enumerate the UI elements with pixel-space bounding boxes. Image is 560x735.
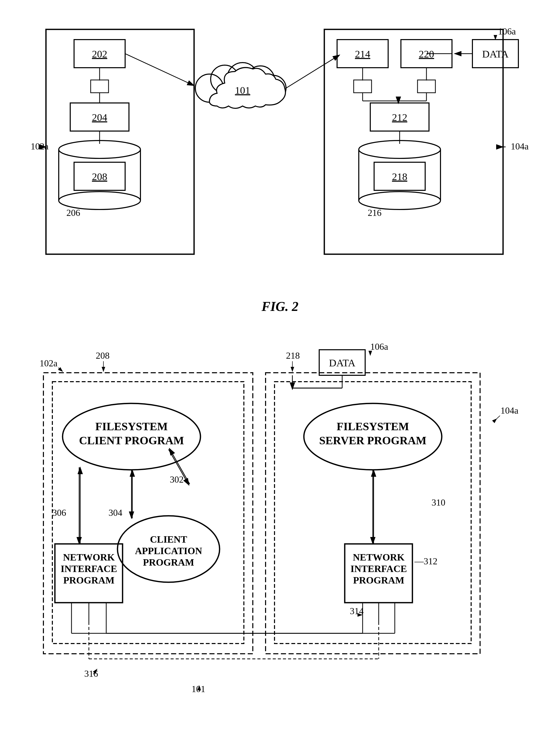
fig3-fsserver-line2: SERVER PROGRAM bbox=[319, 434, 426, 447]
fig2-data-label: DATA bbox=[482, 48, 509, 60]
fig2-208-label: 208 bbox=[92, 171, 107, 182]
fig2-104a-label: 104a bbox=[511, 141, 529, 151]
fig3-208-label: 208 bbox=[96, 350, 110, 361]
fig3-304-label: 304 bbox=[109, 508, 122, 518]
fig3-fsclient-line2: CLIENT PROGRAM bbox=[79, 434, 184, 447]
page: 102a 202 204 bbox=[0, 0, 560, 735]
fig2-202-label: 202 bbox=[92, 48, 107, 60]
fig2-218-label: 218 bbox=[392, 171, 407, 182]
svg-rect-7 bbox=[91, 80, 109, 93]
fig3-312-label: —312 bbox=[414, 556, 437, 566]
fig2-diagram: 102a 202 204 bbox=[15, 15, 545, 283]
fig2-106a-label: 106a bbox=[498, 26, 516, 37]
fig3-cap-line1: CLIENT bbox=[150, 534, 187, 545]
fig2-206-label: 206 bbox=[66, 208, 80, 218]
svg-line-73 bbox=[497, 416, 500, 419]
fig2-216-label: 216 bbox=[368, 208, 382, 218]
svg-point-43 bbox=[359, 192, 440, 209]
fig3-104a-label: 104a bbox=[501, 406, 518, 416]
fig2-101-label: 101 bbox=[235, 85, 250, 96]
svg-line-22 bbox=[286, 55, 340, 88]
fig3-nip-right-line2: INTERFACE bbox=[351, 563, 407, 574]
svg-point-14 bbox=[59, 192, 140, 209]
svg-rect-53 bbox=[43, 373, 253, 654]
fig2-212-label: 212 bbox=[392, 112, 407, 123]
fig3-306-label: 306 bbox=[52, 508, 66, 518]
fig3-nip-left-line3: PROGRAM bbox=[63, 575, 115, 586]
svg-rect-32 bbox=[418, 80, 435, 93]
fig2-214-label: 214 bbox=[355, 48, 370, 60]
fig3-218-label: 218 bbox=[286, 350, 300, 361]
fig3-106a-label: 106a bbox=[370, 341, 388, 352]
svg-rect-30 bbox=[354, 80, 372, 93]
fig3-nip-left-line2: INTERFACE bbox=[61, 563, 117, 574]
fig3-cap-line3: PROGRAM bbox=[143, 557, 194, 568]
fig2-title: FIG. 2 bbox=[15, 299, 545, 314]
fig2-102a-label: 102a bbox=[31, 141, 49, 151]
fig3-nip-right-line1: NETWORK bbox=[353, 552, 405, 563]
fig3-diagram: 102a 208 FILESYSTEM CLIENT PROGRAM 306 3… bbox=[15, 334, 545, 733]
fig3-nip-right-line3: PROGRAM bbox=[353, 575, 404, 586]
fig3-cap-line2: APPLICATION bbox=[135, 546, 202, 556]
fig3-nip-left-line1: NETWORK bbox=[63, 552, 115, 563]
fig3-102a-label: 102a bbox=[40, 358, 57, 369]
svg-rect-23 bbox=[324, 29, 503, 254]
fig3-data-label: DATA bbox=[329, 357, 355, 369]
fig3-101-label: 101 bbox=[192, 684, 205, 694]
fig2-204-label: 204 bbox=[92, 112, 107, 123]
fig3-310-label: 310 bbox=[432, 498, 445, 508]
fig3-302-label: 302 bbox=[170, 475, 184, 485]
svg-line-16 bbox=[125, 54, 194, 86]
fig3-fsserver-line1: FILESYSTEM bbox=[337, 420, 409, 433]
svg-line-51 bbox=[58, 368, 63, 372]
fig3-fsclient-line1: FILESYSTEM bbox=[95, 420, 168, 433]
